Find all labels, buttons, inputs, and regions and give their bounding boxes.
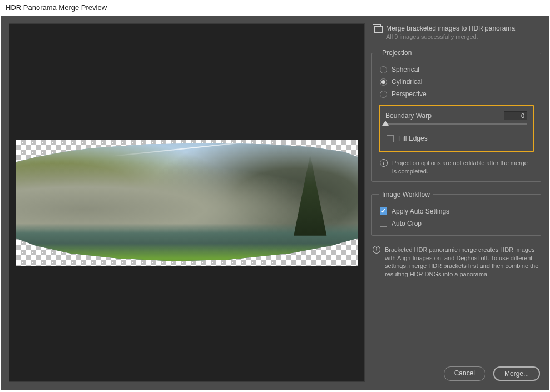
info-icon: i [380,159,388,167]
slider-thumb-icon[interactable] [382,121,389,126]
radio-label: Perspective [392,90,427,98]
projection-legend: Projection [379,49,415,57]
preview-pane [9,23,365,382]
cancel-button[interactable]: Cancel [444,366,485,381]
settings-panel: Merge bracketed images to HDR panorama A… [371,23,541,382]
boundary-warp-value[interactable]: 0 [504,111,527,120]
auto-crop-checkbox[interactable]: Auto Crop [379,217,534,230]
checkbox-icon [380,207,387,215]
checkbox-label: Auto Crop [392,220,422,227]
merge-status: All 9 images successfully merged. [371,33,541,40]
radio-icon [380,91,387,98]
radio-perspective[interactable]: Perspective [379,88,534,100]
projection-group: Projection Spherical Cylindrical Perspec… [371,49,541,182]
radio-cylindrical[interactable]: Cylindrical [379,76,534,88]
footer-note: i Bracketed HDR panoramic merge creates … [371,245,541,279]
checkbox-label: Fill Edges [398,135,428,142]
footer-note-text: Bracketed HDR panoramic merge creates HD… [385,246,540,279]
layers-icon [373,24,381,32]
panorama-preview-image [16,140,358,266]
checkbox-icon [380,220,387,227]
workflow-group: Image Workflow Apply Auto Settings Auto … [371,191,541,236]
checkbox-label: Apply Auto Settings [392,207,449,215]
radio-label: Cylindrical [392,78,422,86]
window-title: HDR Panorama Merge Preview [0,0,550,16]
checkbox-icon [387,135,394,142]
radio-spherical[interactable]: Spherical [379,63,534,76]
workflow-legend: Image Workflow [379,191,433,199]
fill-edges-checkbox[interactable]: Fill Edges [385,132,527,145]
projection-note-text: Projection options are not editable afte… [392,159,533,176]
radio-icon [380,78,387,86]
boundary-warp-slider[interactable] [385,123,527,125]
merge-button[interactable]: Merge... [493,366,540,381]
boundary-warp-label: Boundary Warp [385,112,432,120]
boundary-warp-highlight: Boundary Warp 0 Fill Edges [379,105,534,152]
projection-note: i Projection options are not editable af… [379,158,534,176]
merge-heading: Merge bracketed images to HDR panorama [386,24,515,32]
dialog-buttons: Cancel Merge... [371,364,541,382]
transparency-checker [16,140,358,266]
radio-icon [380,66,387,73]
info-icon: i [373,246,380,254]
merge-header: Merge bracketed images to HDR panorama A… [371,23,541,40]
boundary-warp-row: Boundary Warp 0 [385,111,527,120]
apply-auto-settings-checkbox[interactable]: Apply Auto Settings [379,205,534,217]
radio-label: Spherical [392,66,419,73]
dialog-window: Merge bracketed images to HDR panorama A… [1,16,549,390]
